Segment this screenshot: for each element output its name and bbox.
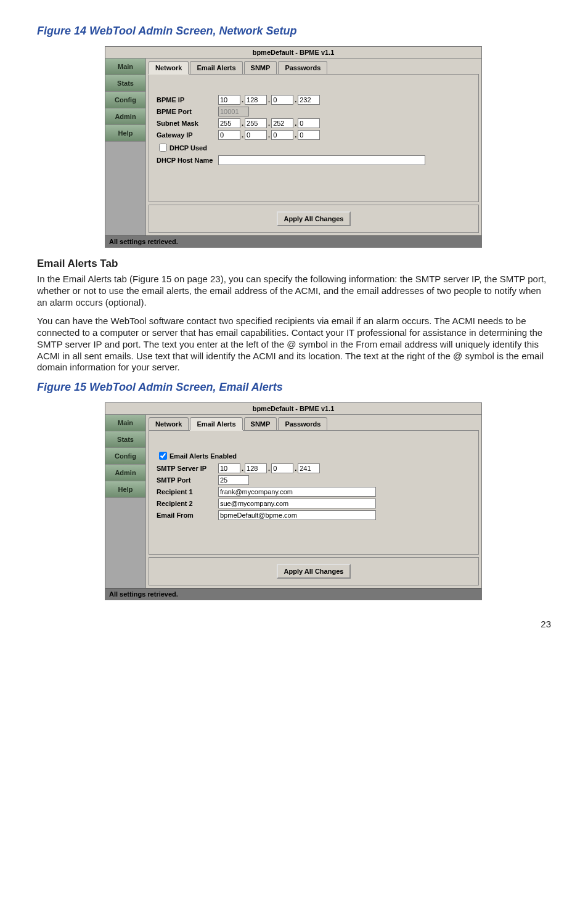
gateway-4[interactable]	[298, 130, 320, 140]
gateway-3[interactable]	[271, 130, 293, 140]
label-smtp-port: SMTP Port	[157, 476, 218, 484]
recipient-2-field[interactable]	[218, 499, 376, 508]
vtab-help[interactable]: Help	[105, 125, 146, 142]
horizontal-tabs: Network Email Alerts SNMP Passwords	[146, 59, 481, 74]
email-alerts-heading: Email Alerts Tab	[37, 258, 551, 270]
label-bpme-ip: BPME IP	[157, 96, 218, 104]
vtab-help[interactable]: Help	[105, 481, 146, 498]
dot-sep: .	[293, 120, 298, 127]
dot-sep: .	[293, 131, 298, 139]
vtab-filler	[105, 498, 146, 588]
label-bpme-port: BPME Port	[157, 108, 218, 115]
email-page: Email Alerts Enabled SMTP Server IP . . …	[149, 430, 479, 555]
dot-sep: .	[267, 465, 271, 472]
smtp-ip-4[interactable]	[298, 463, 320, 473]
tab-snmp[interactable]: SNMP	[244, 61, 277, 74]
page-number: 23	[37, 619, 551, 629]
vtab-config[interactable]: Config	[105, 92, 146, 108]
apply-row: Apply All Changes	[149, 205, 479, 233]
bpme-ip-3[interactable]	[271, 95, 293, 105]
subnet-1[interactable]	[218, 118, 240, 128]
smtp-port-field[interactable]	[218, 475, 249, 485]
app-title: bpmeDefault - BPME v1.1	[105, 47, 481, 59]
figure-14-caption: Figure 14 WebTool Admin Screen, Network …	[37, 25, 551, 38]
apply-all-button[interactable]: Apply All Changes	[277, 564, 351, 579]
horizontal-tabs: Network Email Alerts SNMP Passwords	[146, 415, 481, 430]
paragraph-2: You can have the WebTool software contac…	[37, 316, 551, 373]
dot-sep: .	[240, 465, 245, 472]
status-bar: All settings retrieved.	[105, 235, 481, 247]
dot-sep: .	[267, 120, 271, 127]
network-page: BPME IP . . . BPME Port Subnet Mask . . …	[149, 74, 479, 202]
dot-sep: .	[240, 120, 245, 127]
label-email-enabled: Email Alerts Enabled	[169, 452, 237, 460]
label-email-from: Email From	[157, 512, 218, 519]
email-enabled-checkbox[interactable]	[159, 452, 167, 460]
tab-network[interactable]: Network	[149, 417, 189, 430]
subnet-2[interactable]	[245, 118, 267, 128]
tab-email[interactable]: Email Alerts	[190, 61, 242, 74]
dot-sep: .	[293, 465, 298, 472]
apply-row: Apply All Changes	[149, 557, 479, 585]
smtp-ip-1[interactable]	[218, 463, 240, 473]
dot-sep: .	[293, 96, 298, 104]
subnet-4[interactable]	[298, 118, 320, 128]
status-bar: All settings retrieved.	[105, 588, 481, 600]
tab-email[interactable]: Email Alerts	[190, 417, 242, 430]
vtab-main[interactable]: Main	[105, 415, 146, 431]
label-gateway: Gateway IP	[157, 131, 218, 139]
tab-snmp[interactable]: SNMP	[244, 417, 277, 430]
bpme-ip-4[interactable]	[298, 95, 320, 105]
label-dhcp-host: DHCP Host Name	[157, 157, 218, 164]
bpme-port-field	[218, 107, 249, 116]
vertical-tabs: Main Stats Config Admin Help	[105, 415, 146, 588]
app-title: bpmeDefault - BPME v1.1	[105, 403, 481, 415]
tab-passwords[interactable]: Passwords	[278, 61, 327, 74]
gateway-1[interactable]	[218, 130, 240, 140]
smtp-ip-2[interactable]	[245, 463, 267, 473]
vtab-stats[interactable]: Stats	[105, 431, 146, 448]
gateway-2[interactable]	[245, 130, 267, 140]
dhcp-host-field[interactable]	[218, 155, 425, 165]
vertical-tabs: Main Stats Config Admin Help	[105, 59, 146, 235]
smtp-ip-3[interactable]	[271, 463, 293, 473]
vtab-admin[interactable]: Admin	[105, 108, 146, 125]
admin-email-app: bpmeDefault - BPME v1.1 Main Stats Confi…	[105, 402, 482, 600]
vtab-filler	[105, 142, 146, 235]
admin-network-app: bpmeDefault - BPME v1.1 Main Stats Confi…	[105, 46, 482, 248]
email-from-field[interactable]	[218, 510, 376, 520]
dot-sep: .	[240, 131, 245, 139]
label-dhcp-used: DHCP Used	[169, 144, 207, 152]
vtab-stats[interactable]: Stats	[105, 75, 146, 92]
paragraph-1: In the Email Alerts tab (Figure 15 on pa…	[37, 274, 551, 308]
tab-network[interactable]: Network	[149, 61, 189, 74]
dhcp-used-checkbox[interactable]	[159, 144, 167, 152]
dot-sep: .	[267, 131, 271, 139]
apply-all-button[interactable]: Apply All Changes	[277, 211, 351, 226]
dot-sep: .	[267, 96, 271, 104]
dot-sep: .	[240, 96, 245, 104]
label-recipient-1: Recipient 1	[157, 488, 218, 495]
label-subnet: Subnet Mask	[157, 120, 218, 127]
subnet-3[interactable]	[271, 118, 293, 128]
figure-15-caption: Figure 15 WebTool Admin Screen, Email Al…	[37, 381, 551, 394]
vtab-config[interactable]: Config	[105, 448, 146, 465]
tab-passwords[interactable]: Passwords	[278, 417, 327, 430]
recipient-1-field[interactable]	[218, 487, 376, 497]
label-smtp-ip: SMTP Server IP	[157, 465, 218, 472]
vtab-main[interactable]: Main	[105, 59, 146, 75]
bpme-ip-1[interactable]	[218, 95, 240, 105]
label-recipient-2: Recipient 2	[157, 500, 218, 507]
vtab-admin[interactable]: Admin	[105, 465, 146, 481]
bpme-ip-2[interactable]	[245, 95, 267, 105]
